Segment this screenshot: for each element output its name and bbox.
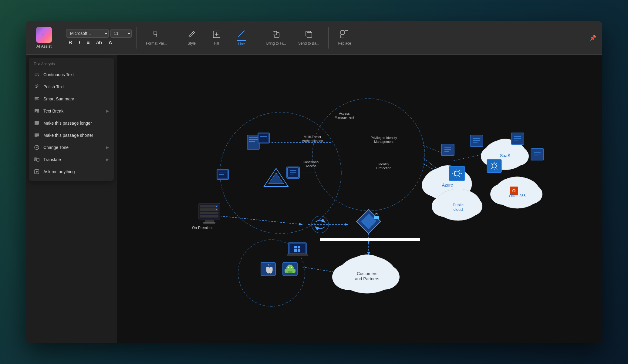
svg-point-11 [36, 147, 36, 147]
svg-rect-50 [288, 168, 299, 177]
change-tone-icon [34, 144, 40, 150]
send-to-back-icon [305, 30, 313, 40]
svg-rect-8 [341, 35, 344, 38]
menu-section-label: Text Analysis [29, 61, 114, 69]
svg-rect-111 [285, 269, 286, 273]
fill-tool[interactable]: Fill [206, 28, 227, 47]
ask-anything-icon [34, 169, 40, 175]
svg-rect-98 [511, 133, 524, 144]
text-break-arrow: ▶ [106, 109, 109, 113]
svg-rect-41 [203, 222, 215, 224]
ask-anything-label: Ask me anything [43, 169, 109, 174]
align-button[interactable]: ≡ [84, 39, 92, 47]
font-controls: Microsoft... 11 B I ≡ ab A [66, 29, 132, 47]
ai-assist-button[interactable]: ✦ AI Assist [32, 27, 56, 49]
svg-text:cloud: cloud [453, 207, 463, 212]
menu-item-translate[interactable]: Translate ▶ [29, 153, 114, 166]
format-painter-tool[interactable]: Format Pai... [142, 28, 171, 47]
bring-to-front-icon [272, 30, 280, 40]
svg-rect-40 [205, 220, 214, 222]
svg-rect-96 [487, 159, 501, 173]
translate-arrow: ▶ [106, 157, 109, 162]
translate-icon [34, 157, 40, 163]
svg-rect-103 [298, 246, 300, 248]
style-tool[interactable]: Style [181, 28, 202, 47]
polish-text-label: Polish Text [43, 84, 109, 89]
separator-5 [328, 27, 329, 49]
menu-item-ask-anything[interactable]: Ask me anything [29, 166, 114, 178]
svg-text:O: O [512, 188, 516, 193]
svg-rect-58 [374, 216, 379, 219]
menu-item-text-break[interactable]: Text Break ▶ [29, 105, 114, 117]
svg-text:Identity: Identity [378, 162, 389, 166]
svg-rect-102 [294, 246, 297, 248]
change-tone-label: Change Tone [43, 145, 103, 150]
send-to-back-tool[interactable]: Send to Ba... [294, 28, 323, 47]
svg-rect-106 [287, 254, 308, 256]
replace-tool[interactable]: Replace [333, 28, 355, 47]
make-shorter-icon [34, 132, 40, 138]
svg-text:Conditional: Conditional [302, 160, 319, 164]
strikethrough-button[interactable]: ab [94, 39, 104, 47]
svg-rect-93 [470, 135, 483, 147]
svg-text:✦: ✦ [41, 32, 46, 38]
svg-rect-46 [249, 141, 255, 142]
bring-to-front-label: Bring to Fr... [266, 41, 286, 46]
continuous-text-label: Continuous Text [43, 72, 109, 77]
font-family-select[interactable]: Microsoft... [66, 29, 109, 38]
svg-rect-112 [294, 269, 295, 273]
svg-rect-92 [441, 144, 454, 156]
separator-1 [61, 27, 61, 49]
polish-text-icon: T [34, 84, 40, 90]
line-icon [237, 29, 246, 41]
svg-rect-5 [307, 32, 312, 37]
ai-dropdown-menu: Text Analysis Continuous Text T [29, 58, 114, 181]
svg-rect-3 [273, 31, 277, 35]
svg-text:Management: Management [374, 140, 393, 143]
svg-text:Office 365: Office 365 [509, 194, 526, 198]
diagram-svg: On-Premises [117, 55, 602, 343]
translate-label: Translate [43, 157, 103, 162]
bring-to-front-tool[interactable]: Bring to Fr... [262, 28, 290, 47]
svg-text:and Partners: and Partners [355, 276, 379, 281]
svg-point-39 [216, 209, 217, 210]
font-size-select[interactable]: 11 [110, 29, 132, 38]
italic-button[interactable]: I [76, 39, 83, 47]
svg-text:Protection: Protection [376, 166, 391, 170]
send-to-back-label: Send to Ba... [298, 41, 319, 46]
svg-rect-37 [200, 215, 218, 217]
text-break-icon [34, 108, 40, 114]
svg-text:Access: Access [306, 164, 316, 168]
menu-item-make-longer[interactable]: Make this passage longer [29, 117, 114, 129]
menu-item-change-tone[interactable]: Change Tone ▶ [29, 141, 114, 153]
separator-4 [257, 27, 257, 49]
svg-rect-32 [320, 238, 420, 241]
ai-icon: ✦ [36, 27, 52, 43]
menu-item-make-shorter[interactable]: Make this passage shorter [29, 129, 114, 141]
menu-item-continuous-text[interactable]: Continuous Text [29, 69, 114, 81]
smart-summary-label: Smart Summary [43, 96, 109, 101]
svg-rect-36 [200, 212, 218, 214]
svg-rect-104 [294, 249, 297, 252]
svg-rect-45 [249, 139, 258, 140]
svg-text:Azure: Azure [442, 183, 453, 187]
font-color-button[interactable]: A [106, 39, 115, 47]
app-window: ✦ AI Assist Microsoft... 11 B I ≡ ab A [26, 21, 602, 343]
canvas-area[interactable]: On-Premises [117, 55, 602, 343]
replace-label: Replace [338, 41, 351, 46]
svg-text:Access: Access [339, 112, 350, 115]
svg-text:SaaS: SaaS [500, 153, 510, 158]
svg-rect-99 [531, 149, 544, 160]
style-icon [187, 30, 196, 40]
pin-icon[interactable]: 📌 [589, 35, 596, 41]
fill-label: Fill [214, 41, 219, 46]
menu-item-polish-text[interactable]: T Polish Text [29, 81, 114, 93]
format-painter-icon [152, 30, 160, 40]
line-tool[interactable]: Line [231, 28, 252, 48]
menu-item-smart-summary[interactable]: Smart Summary [29, 93, 114, 105]
bold-button[interactable]: B [66, 39, 75, 47]
replace-icon [340, 30, 349, 40]
make-longer-icon [34, 120, 40, 126]
text-break-label: Text Break [43, 109, 103, 113]
on-premises-label: On-Premises [192, 226, 213, 230]
